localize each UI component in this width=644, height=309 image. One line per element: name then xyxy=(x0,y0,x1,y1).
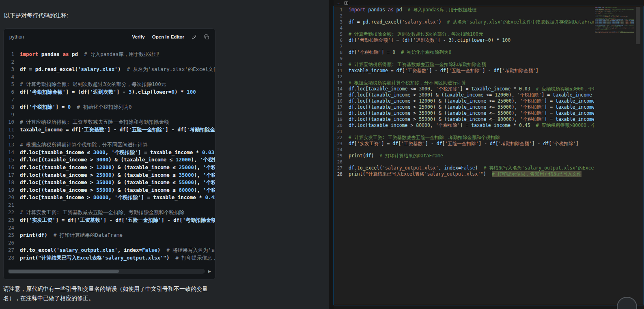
code-language-label: python xyxy=(9,34,24,40)
code-line: 7 xyxy=(4,96,215,104)
chat-code-area[interactable]: 1import pandas as pd # 导入pandas库，用于数据处理2… xyxy=(4,45,215,266)
code-line: taxable_income = df['工资基数'] - df['五险一金扣除… xyxy=(595,16,634,17)
scrollbar-thumb[interactable] xyxy=(9,270,119,273)
code-line[interactable]: 14df.loc[taxable_income <= 3000, '个税扣除']… xyxy=(334,86,594,92)
code-line[interactable]: 6df['考勤扣除金额'] = (df['迟到次数'] - 3).clip(lo… xyxy=(334,37,594,43)
code-line[interactable]: 20df.loc[taxable_income > 80000, '个税扣除']… xyxy=(334,122,594,129)
line-number: 25 xyxy=(334,153,349,159)
code-line[interactable]: 5# 计算考勤扣除金额: 迟到次数超过3次的部分，每次扣除100元 xyxy=(334,31,594,37)
editor-code-area[interactable]: 1import pandas as pd # 导入pandas库，用于数据处理2… xyxy=(334,7,594,305)
code-line[interactable]: 16df.loc[(taxable_income > 12000) & (tax… xyxy=(334,98,594,104)
line-number: 2 xyxy=(334,13,349,19)
copy-icon[interactable] xyxy=(204,34,209,40)
app-root: 以下是对每行代码的注释: python Verify Open In Edito… xyxy=(0,0,644,309)
code-line[interactable]: 12 xyxy=(334,74,594,80)
line-number: 23 xyxy=(4,217,20,224)
line-number: 28 xyxy=(4,254,20,262)
code-line[interactable]: 7 xyxy=(334,43,594,49)
code-line[interactable]: 1import pandas as pd # 导入pandas库，用于数据处理 xyxy=(334,7,594,13)
code-line[interactable]: 8df['个税扣除'] = 0 # 初始化个税扣除列为0 xyxy=(334,49,594,56)
line-number: 7 xyxy=(4,96,20,104)
line-number: 9 xyxy=(334,56,349,62)
line-number: 8 xyxy=(4,103,20,111)
code-line[interactable]: 19df.loc[(taxable_income > 55000) & (tax… xyxy=(334,116,594,122)
code-line: 13# 根据应纳税所得额计算个税扣除，分不同区间进行计算 xyxy=(4,141,215,149)
code-line[interactable]: 22# 计算实发工资: 工资基数减去五险一金扣除、考勤扣除金额和个税扣除 xyxy=(334,135,594,141)
open-in-editor-button[interactable]: Open In Editor xyxy=(152,34,184,39)
note-text: 请注意，原代码中有一些引号和变量名的错误（如使用了中文引号和不一致的变量名），在… xyxy=(3,284,223,303)
code-line[interactable]: 11taxable_income = df['工资基数'] - df['五险一金… xyxy=(334,68,594,74)
edit-icon[interactable] xyxy=(192,34,197,40)
code-line[interactable]: 4 xyxy=(334,25,594,31)
split-editor-icon[interactable] xyxy=(345,1,348,5)
line-number: 11 xyxy=(334,68,349,74)
line-number: 6 xyxy=(4,88,20,96)
code-line[interactable]: 24 xyxy=(334,147,594,153)
minimap[interactable]: import pandas as pd # 导入pandas库，用于数据处理df… xyxy=(595,7,634,104)
code-line[interactable]: 23df['实发工资'] = df['工资基数'] - df['五险一金扣除']… xyxy=(334,141,594,147)
line-number: 4 xyxy=(334,25,349,31)
code-line: 12 xyxy=(4,134,215,142)
line-number: 25 xyxy=(4,232,20,239)
line-number: 11 xyxy=(4,126,20,134)
line-number: 3 xyxy=(4,66,20,73)
line-number: 26 xyxy=(334,159,349,165)
code-line[interactable]: 3df = pd.read_excel('salary.xlsx') # 从名为… xyxy=(334,19,594,25)
line-number: 24 xyxy=(4,224,20,232)
code-line[interactable]: 25print(df) # 打印计算结果的DataFrame xyxy=(334,153,594,159)
line-number: 1 xyxy=(334,7,349,13)
code-line: 10# 计算应纳税所得额: 工资基数减去五险一金扣除和考勤扣除金额 xyxy=(4,118,215,126)
line-number: 2 xyxy=(4,58,20,66)
code-line: print("计算结果已写入Excel表格'salary_output.xlsx… xyxy=(595,32,634,33)
editor-panel: → 1import pandas as pd # 导入pandas库，用于数据处… xyxy=(334,0,644,309)
code-line[interactable]: 9 xyxy=(334,56,594,62)
code-line[interactable]: 18df.loc[(taxable_income > 35000) & (tax… xyxy=(334,110,594,116)
line-number: 1 xyxy=(4,51,20,58)
code-line[interactable]: 17df.loc[(taxable_income > 25000) & (tax… xyxy=(334,104,594,110)
line-number: 26 xyxy=(4,239,20,247)
line-number: 20 xyxy=(4,194,20,202)
code-line: 2 xyxy=(4,58,215,66)
chat-panel: 以下是对每行代码的注释: python Verify Open In Edito… xyxy=(0,0,329,309)
code-line: 21 xyxy=(4,202,215,209)
nav-forward-icon[interactable]: → xyxy=(336,1,340,5)
editor-scrollbar-thumb[interactable] xyxy=(636,7,640,44)
code-line: 6df['考勤扣除金额'] = (df['迟到次数'] - 3).clip(lo… xyxy=(4,88,215,96)
horizontal-scrollbar[interactable]: ▶ xyxy=(8,268,211,275)
line-number: 20 xyxy=(334,122,349,129)
line-number: 28 xyxy=(334,171,349,177)
line-number: 21 xyxy=(4,202,20,209)
line-number: 7 xyxy=(334,43,349,49)
code-line[interactable]: 26 xyxy=(334,159,594,165)
code-line[interactable]: 28print("计算结果已写入Excel表格'salary_output.xl… xyxy=(334,171,594,177)
code-line[interactable]: 13# 根据应纳税所得额计算个税扣除，分不同区间进行计算 xyxy=(334,80,594,86)
scroll-right-arrow-icon[interactable]: ▶ xyxy=(208,270,211,273)
code-line: 24 xyxy=(4,224,215,232)
verify-button[interactable]: Verify xyxy=(132,34,144,39)
code-line[interactable]: 27df.to_excel('salary_output.xlsx', inde… xyxy=(334,165,594,171)
line-number: 15 xyxy=(334,92,349,98)
code-line[interactable]: 15df.loc[(taxable_income > 3000) & (taxa… xyxy=(334,92,594,98)
line-number: 19 xyxy=(334,116,349,122)
line-number: 13 xyxy=(334,80,349,86)
line-number: 17 xyxy=(334,104,349,110)
code-line[interactable]: 2 xyxy=(334,13,594,19)
code-line: 14df.loc[taxable_income ≤ 3000, '个税扣除'] … xyxy=(4,149,215,157)
scrollbar-track[interactable] xyxy=(8,269,205,274)
panel-divider[interactable] xyxy=(329,0,334,309)
line-number: 3 xyxy=(334,19,349,25)
line-number: 13 xyxy=(4,141,20,149)
code-line: 15df.loc[(taxable_income > 3000) & (taxa… xyxy=(4,156,215,164)
code-line: 19df.loc[(taxable_income > 55000) & (tax… xyxy=(4,187,215,194)
line-number: 14 xyxy=(4,149,20,157)
line-number: 6 xyxy=(334,37,349,43)
code-line[interactable]: 10# 计算应纳税所得额: 工资基数减去五险一金扣除和考勤扣除金额 xyxy=(334,62,594,68)
line-number: 10 xyxy=(334,62,349,68)
line-number: 16 xyxy=(4,164,20,172)
code-line[interactable]: 21 xyxy=(334,129,594,135)
line-number: 23 xyxy=(334,141,349,147)
line-number: 24 xyxy=(334,147,349,153)
editor-vertical-scrollbar[interactable] xyxy=(635,6,641,305)
code-block-header: python Verify Open In Editor xyxy=(4,29,215,45)
line-number: 12 xyxy=(334,74,349,80)
